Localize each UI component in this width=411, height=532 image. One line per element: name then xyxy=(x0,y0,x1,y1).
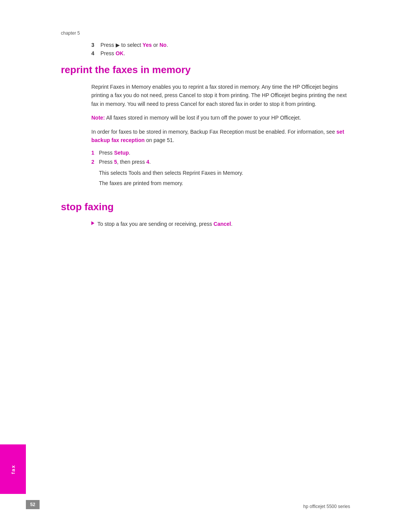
step-4: 4 Press OK. xyxy=(91,50,350,56)
reprint-step-2: 2 Press 5, then press 4. xyxy=(91,159,350,165)
reprint-step-1: 1 Press Setup. xyxy=(91,150,350,156)
side-tab: fax xyxy=(0,444,26,494)
reprint-step-1-text: Press Setup. xyxy=(99,150,350,156)
stop-faxing-list: To stop a fax you are sending or receivi… xyxy=(91,220,350,228)
side-tab-label: fax xyxy=(10,465,16,474)
step-3: 3 Press ▶ to select Yes or No. xyxy=(91,42,350,48)
reprint-body1: Reprint Faxes in Memory enables you to r… xyxy=(91,83,350,108)
reprint-heading: reprint the faxes in memory xyxy=(61,64,350,76)
step-4-num: 4 xyxy=(91,50,100,56)
stop-faxing-heading: stop faxing xyxy=(61,201,350,213)
page-number: 52 xyxy=(30,502,35,507)
reprint-sub2: The faxes are printed from memory. xyxy=(99,179,350,187)
footer: hp officejet 5500 series xyxy=(303,504,350,509)
step-3-text: Press ▶ to select Yes or No. xyxy=(100,42,350,48)
reprint-body2: In order for faxes to be stored in memor… xyxy=(91,128,350,145)
section-stop: stop faxing To stop a fax you are sendin… xyxy=(61,201,350,228)
stop-faxing-item: To stop a fax you are sending or receivi… xyxy=(91,220,350,228)
stop-faxing-text: To stop a fax you are sending or receivi… xyxy=(97,220,233,228)
note-text: All faxes stored in memory will be lost … xyxy=(105,115,301,121)
page-container: chapter 5 3 Press ▶ to select Yes or No.… xyxy=(0,0,411,532)
step-3-num: 3 xyxy=(91,42,100,48)
cancel-link: Cancel xyxy=(213,221,231,227)
step-4-text: Press OK. xyxy=(100,50,350,56)
reprint-step-2-text: Press 5, then press 4. xyxy=(99,159,350,165)
page-number-box: 52 xyxy=(26,500,40,509)
reprint-step-2-num: 2 xyxy=(91,159,99,165)
reprint-step-1-num: 1 xyxy=(91,150,99,156)
reprint-steps: 1 Press Setup. 2 Press 5, then press 4. xyxy=(91,150,350,165)
note-block: Note: All faxes stored in memory will be… xyxy=(91,113,350,122)
reprint-sub1: This selects Tools and then selects Repr… xyxy=(99,169,350,177)
chapter-label: chapter 5 xyxy=(61,30,350,36)
top-steps: 3 Press ▶ to select Yes or No. 4 Press O… xyxy=(91,42,350,56)
section-reprint: reprint the faxes in memory Reprint Faxe… xyxy=(61,64,350,187)
note-label: Note: xyxy=(91,115,105,121)
bullet-arrow-icon xyxy=(91,221,94,225)
